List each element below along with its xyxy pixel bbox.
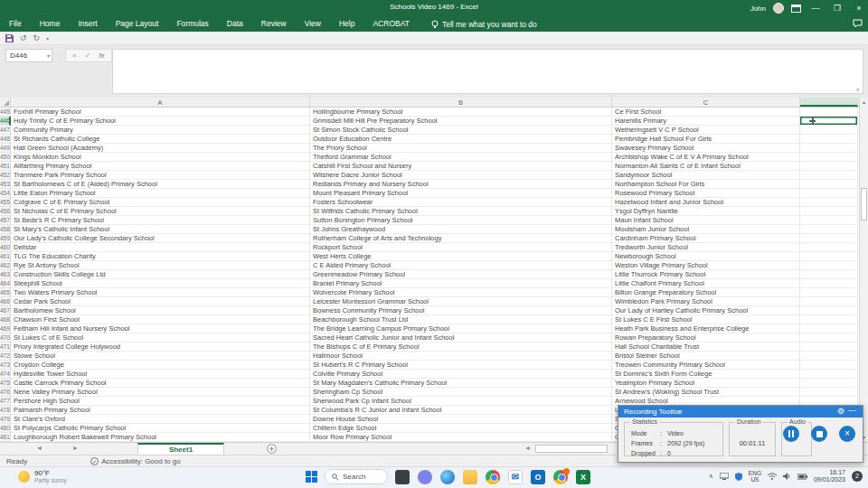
cell-b452[interactable]: Wilshere Dacre Junior School <box>310 171 612 180</box>
excel-icon[interactable]: X <box>576 470 590 484</box>
cell-b451[interactable]: Catshill First School and Nursery <box>310 162 612 171</box>
cell-b478[interactable]: St Columba's R C Junior and Infant Schoo… <box>310 406 612 415</box>
cell-b457[interactable]: Sutton Bonington Primary School <box>310 216 612 225</box>
collapse-formula-bar-icon[interactable]: ∧ <box>856 86 860 92</box>
cell-a467[interactable]: Bartholomew School <box>11 306 310 315</box>
cell-d464[interactable] <box>800 279 858 288</box>
row-header-448[interactable]: 448 <box>0 135 11 144</box>
cell-d462[interactable] <box>800 261 858 270</box>
cell-b471[interactable]: The Bishops C of E Primary School <box>310 343 612 352</box>
new-sheet-icon[interactable]: + <box>267 444 277 454</box>
row-header-467[interactable]: 467 <box>0 306 11 315</box>
column-header-c[interactable]: C <box>612 98 800 107</box>
cell-d453[interactable] <box>800 180 858 189</box>
row-header-471[interactable]: 471 <box>0 343 11 352</box>
row-header-464[interactable]: 464 <box>0 279 11 288</box>
cell-a468[interactable]: Chawson First School <box>11 315 310 324</box>
sheet-nav-right-icon[interactable]: ► <box>72 445 79 451</box>
recording-toolbar-titlebar[interactable]: Recording Toolbar ⚙ — <box>618 406 863 418</box>
cell-c464[interactable]: Little Chalfont Primary School <box>612 279 800 288</box>
cell-b473[interactable]: St Hubert's R C Primary School <box>310 361 612 370</box>
cell-a447[interactable]: Community Primary <box>11 126 310 135</box>
cell-b456[interactable]: St Wilfrids Catholic Primary School <box>310 207 612 216</box>
cell-d471[interactable] <box>800 343 858 352</box>
cell-c456[interactable]: Ysgol Dyffryn Nantlle <box>612 207 800 216</box>
row-header-462[interactable]: 462 <box>0 261 11 270</box>
avatar[interactable] <box>773 3 784 14</box>
tray-chevron-icon[interactable]: ∧ <box>709 473 713 480</box>
cell-b468[interactable]: Beachborough School Trust Ltd <box>310 315 612 324</box>
row-header-466[interactable]: 466 <box>0 297 11 306</box>
cell-d473[interactable] <box>800 361 858 370</box>
row-header-461[interactable]: 461 <box>0 252 11 261</box>
save-icon[interactable] <box>5 34 14 42</box>
cell-b453[interactable]: Redlands Primary and Nursery School <box>310 180 612 189</box>
outlook-icon[interactable]: O <box>531 470 545 484</box>
cell-c461[interactable]: Newborough School <box>612 252 800 261</box>
cell-a472[interactable]: Stowe School <box>11 352 310 361</box>
row-header-475[interactable]: 475 <box>0 379 11 388</box>
accessibility-status[interactable]: ✓ Accessibility: Good to go <box>27 457 181 465</box>
cell-a476[interactable]: Nene Valley Primary School <box>11 388 310 397</box>
cell-c463[interactable]: Little Thurrock Primary School <box>612 270 800 279</box>
close-recording-button[interactable]: × <box>839 426 855 442</box>
cell-c448[interactable]: Pembridge Hall School For Girls <box>612 135 800 144</box>
clock[interactable]: 16:17 09/01/2023 <box>814 469 845 483</box>
cell-d467[interactable] <box>800 306 858 315</box>
horizontal-scrollbar-thumb[interactable] <box>535 445 608 453</box>
cell-a465[interactable]: Two Waters Primary School <box>11 288 310 297</box>
comment-icon[interactable] <box>853 19 863 28</box>
worksheet-grid[interactable]: 445Foxhill Primary SchoolHollingbourne P… <box>0 108 859 442</box>
cell-d475[interactable] <box>800 379 858 388</box>
cell-a480[interactable]: St Polycarps Catholic Primary School <box>11 424 310 433</box>
cell-a450[interactable]: Kings Monkton School <box>11 153 310 162</box>
cell-a449[interactable]: Hall Green School (Academy) <box>11 144 310 153</box>
cell-d461[interactable] <box>800 252 858 261</box>
cell-c473[interactable]: Treowen Community Primary School <box>612 361 800 370</box>
row-header-465[interactable]: 465 <box>0 288 11 297</box>
cell-a453[interactable]: St Bartholomews C of E (Aided) Primary S… <box>11 180 310 189</box>
cell-a459[interactable]: Our Lady's Catholic College Secondary Sc… <box>11 234 310 243</box>
cell-c470[interactable]: Rowan Preparatory School <box>612 333 800 343</box>
cell-a460[interactable]: Delistar <box>11 243 310 252</box>
row-header-470[interactable]: 470 <box>0 333 11 343</box>
row-header-451[interactable]: 451 <box>0 162 11 171</box>
column-header-d[interactable] <box>800 98 858 107</box>
select-all-button[interactable] <box>0 98 11 107</box>
cell-d465[interactable] <box>800 288 858 297</box>
edge-icon[interactable] <box>440 470 455 484</box>
cell-b477[interactable]: Sherwood Park Cp Infant School <box>310 397 612 406</box>
start-button[interactable] <box>306 471 317 483</box>
menu-tab-page-layout[interactable]: Page Layout <box>107 16 168 32</box>
mail-icon[interactable]: ✉ <box>508 470 523 484</box>
cell-a462[interactable]: Rye St Antony School <box>11 261 310 270</box>
row-header-449[interactable]: 449 <box>0 144 11 153</box>
menu-tab-acrobat[interactable]: ACROBAT <box>363 16 418 32</box>
row-header-446[interactable]: 446 <box>0 117 11 126</box>
cell-d460[interactable] <box>800 243 858 252</box>
cell-d457[interactable] <box>800 216 858 225</box>
cell-a463[interactable]: Construction Skills College Ltd <box>11 270 310 279</box>
cell-d445[interactable] <box>800 108 858 117</box>
cell-a455[interactable]: Cotgrave C of E Primary School <box>11 198 310 207</box>
settings-gear-icon[interactable]: ⚙ <box>837 406 844 418</box>
cell-d455[interactable] <box>800 198 858 207</box>
cell-c462[interactable]: Weston Village Primary School <box>612 261 800 270</box>
cell-c452[interactable]: Sandymoor School <box>612 171 800 180</box>
undo-icon[interactable]: ↺ <box>20 33 27 42</box>
row-header-450[interactable]: 450 <box>0 153 11 162</box>
toolbar-minimize-icon[interactable]: — <box>848 405 856 417</box>
taskbar-search[interactable]: Search <box>325 469 388 484</box>
formula-bar-input[interactable] <box>112 49 863 94</box>
cell-b461[interactable]: West Herts College <box>310 252 612 261</box>
cell-a458[interactable]: St Mary's Catholic Infant School <box>11 225 310 234</box>
cancel-entry-icon[interactable]: × <box>72 52 77 60</box>
cell-a479[interactable]: St Clare's Oxford <box>11 415 310 424</box>
row-header-455[interactable]: 455 <box>0 198 11 207</box>
weather-widget[interactable]: 90°F Partly sunny <box>18 469 67 483</box>
cell-d446[interactable] <box>800 117 858 126</box>
recording-toolbar[interactable]: Recording Toolbar ⚙ — Statistics Mode:Vi… <box>618 405 863 463</box>
row-header-469[interactable]: 469 <box>0 324 11 333</box>
row-header-480[interactable]: 480 <box>0 424 11 433</box>
cell-c449[interactable]: Swavesey Primary School <box>612 144 800 153</box>
